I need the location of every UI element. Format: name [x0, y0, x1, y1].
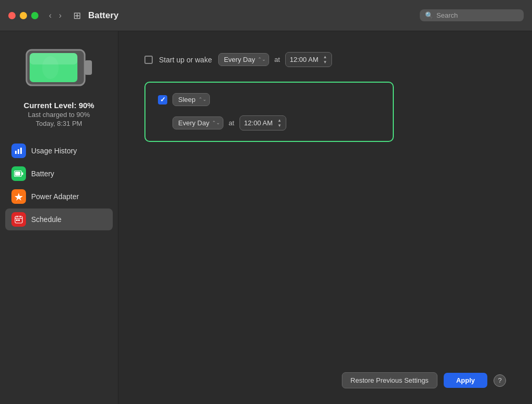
sidebar-item-usage-history[interactable]: Usage History: [5, 140, 113, 162]
startup-at-label: at: [274, 56, 280, 63]
startup-time-box: 12:00 AM ▲ ▼: [285, 52, 332, 67]
svg-rect-9: [22, 173, 23, 175]
sleep-section: Sleep Every Day at 12:00 AM ▲ ▼: [144, 82, 394, 142]
sleep-time-down[interactable]: ▼: [277, 123, 282, 128]
titlebar: ‹ › ⊞ Battery 🔍: [0, 0, 532, 31]
traffic-lights: [8, 12, 38, 19]
content-area: Start up or wake Every Day at 12:00 AM ▲…: [118, 31, 532, 404]
grid-icon: ⊞: [73, 10, 81, 21]
svg-point-4: [42, 56, 59, 79]
svg-rect-16: [16, 219, 18, 221]
restore-previous-settings-button[interactable]: Restore Previous Settings: [342, 372, 437, 388]
sidebar-item-label: Schedule: [31, 215, 61, 224]
main-layout: Current Level: 90% Last charged to 90% T…: [0, 31, 532, 404]
back-button[interactable]: ‹: [47, 10, 54, 21]
battery-level-text: Current Level: 90%: [24, 101, 95, 110]
minimize-button[interactable]: [20, 12, 27, 19]
sleep-time-box: 12:00 AM ▲ ▼: [240, 115, 286, 131]
battery-time-text: Today, 8:31 PM: [24, 120, 95, 127]
startup-time-value: 12:00 AM: [290, 56, 318, 63]
bottom-bar: Restore Previous Settings Apply ?: [342, 372, 506, 388]
svg-rect-7: [20, 148, 22, 154]
startup-row: Start up or wake Every Day at 12:00 AM ▲…: [144, 52, 506, 67]
svg-rect-5: [15, 151, 17, 154]
battery-info: Current Level: 90% Last charged to 90% T…: [24, 101, 95, 127]
sleep-time-up[interactable]: ▲: [277, 118, 282, 123]
battery-nav-icon: [11, 166, 26, 181]
startup-schedule-controls: Every Day at 12:00 AM ▲ ▼: [218, 52, 332, 67]
startup-time-stepper: ▲ ▼: [323, 55, 327, 64]
fullscreen-button[interactable]: [31, 12, 38, 19]
svg-marker-11: [15, 193, 23, 201]
sidebar-item-schedule[interactable]: Schedule: [5, 208, 113, 230]
startup-time-down[interactable]: ▼: [323, 60, 327, 65]
sleep-time-row: Every Day at 12:00 AM ▲ ▼: [172, 115, 380, 131]
search-bar[interactable]: 🔍: [420, 9, 524, 21]
svg-rect-1: [85, 60, 92, 75]
apply-button[interactable]: Apply: [444, 373, 487, 388]
svg-rect-17: [18, 219, 20, 221]
sleep-time-value: 12:00 AM: [244, 119, 273, 127]
svg-rect-6: [18, 149, 19, 154]
sleep-action-select[interactable]: Sleep: [172, 93, 210, 106]
sidebar: Current Level: 90% Last charged to 90% T…: [0, 31, 118, 404]
sleep-action-wrapper[interactable]: Sleep: [172, 93, 210, 106]
sidebar-nav: Usage History Battery Power Adapter Sche…: [0, 140, 118, 230]
help-button[interactable]: ?: [494, 374, 506, 387]
sleep-time-stepper: ▲ ▼: [277, 118, 282, 128]
battery-charged-text: Last charged to 90%: [24, 111, 95, 119]
startup-day-wrapper[interactable]: Every Day: [218, 53, 269, 66]
window-title: Battery: [88, 10, 420, 21]
sidebar-item-label: Usage History: [31, 147, 77, 155]
sidebar-item-power-adapter[interactable]: Power Adapter: [5, 186, 113, 207]
svg-rect-10: [15, 172, 20, 176]
sidebar-item-battery[interactable]: Battery: [5, 163, 113, 185]
sidebar-item-label: Power Adapter: [31, 192, 79, 201]
search-icon: 🔍: [425, 11, 433, 19]
sleep-checkbox[interactable]: [158, 95, 167, 105]
power-adapter-icon: [11, 189, 26, 204]
forward-button[interactable]: ›: [57, 10, 63, 21]
close-button[interactable]: [8, 12, 16, 19]
sleep-at-label: at: [229, 119, 234, 127]
battery-icon: [25, 48, 93, 87]
sleep-day-select[interactable]: Every Day: [172, 116, 223, 129]
startup-label: Start up or wake: [159, 56, 212, 64]
startup-checkbox[interactable]: [144, 56, 153, 64]
sleep-row: Sleep: [158, 93, 380, 106]
sleep-day-wrapper[interactable]: Every Day: [172, 116, 223, 129]
startup-day-select[interactable]: Every Day: [218, 53, 269, 66]
schedule-icon: [11, 212, 26, 227]
search-input[interactable]: [436, 11, 514, 19]
nav-arrows: ‹ ›: [47, 10, 64, 21]
usage-history-icon: [11, 144, 26, 158]
battery-icon-container: [25, 42, 93, 94]
sidebar-item-label: Battery: [31, 170, 54, 178]
startup-time-up[interactable]: ▲: [323, 55, 327, 60]
